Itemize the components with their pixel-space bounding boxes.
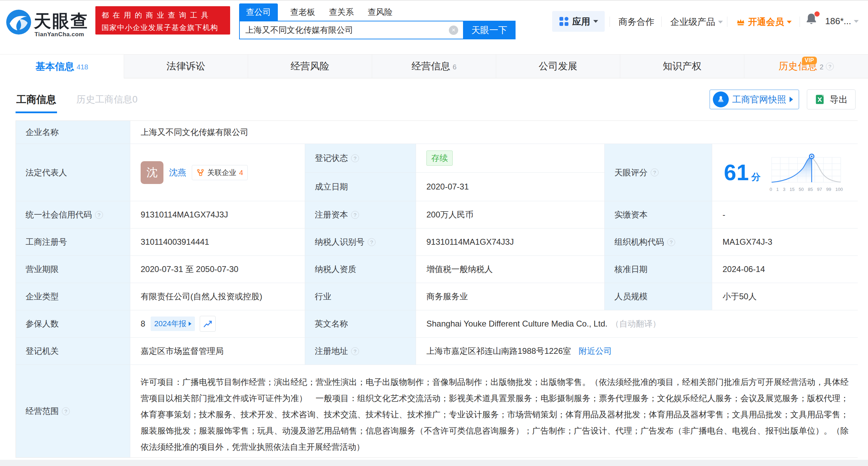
insured-trend-button[interactable] bbox=[200, 316, 216, 332]
tab-count: 6 bbox=[453, 63, 456, 71]
next-section-edge bbox=[0, 460, 868, 466]
establish-date-label: 成立日期 bbox=[305, 173, 416, 201]
business-cooperation-link[interactable]: 商务合作 bbox=[619, 16, 654, 28]
divider bbox=[610, 17, 610, 27]
tab-history-registration-info[interactable]: 历史工商信息0 bbox=[76, 93, 138, 106]
tab-count: 418 bbox=[77, 63, 88, 71]
registered-capital-value: 200万人民币 bbox=[416, 201, 604, 228]
search-tab-company[interactable]: 查公司 bbox=[239, 3, 278, 21]
registered-address-label: 注册地址 bbox=[305, 338, 416, 365]
question-icon[interactable] bbox=[368, 238, 376, 246]
industry-value: 商务服务业 bbox=[416, 283, 604, 310]
open-vip-menu[interactable]: 开通会员 bbox=[736, 16, 792, 28]
tianyancha-company-page: 天眼查 TianYanCha.com 都在用的商业查询工具 国家中小企业发展子基… bbox=[0, 0, 868, 466]
registration-authority-label: 登记机关 bbox=[16, 338, 130, 365]
english-name-value: Shanghai Youke Different Culture Media C… bbox=[426, 319, 607, 329]
tab-company-development[interactable]: 公司发展 bbox=[496, 55, 620, 78]
export-button[interactable]: 导出 bbox=[807, 89, 856, 109]
taxpayer-id-value: 91310114MA1GX74J3J bbox=[416, 229, 604, 255]
tab-basic-info[interactable]: 基本信息 418 bbox=[0, 55, 124, 78]
chevron-down-icon bbox=[593, 20, 598, 23]
industry-label: 行业 bbox=[305, 283, 416, 310]
business-term-value: 2020-07-31 至 2050-07-30 bbox=[130, 256, 305, 283]
related-companies-count: 4 bbox=[239, 168, 243, 177]
registration-authority-value: 嘉定区市场监督管理局 bbox=[130, 338, 305, 365]
official-snapshot-label: 工商官网快照 bbox=[732, 94, 786, 106]
search-button[interactable]: 天眼一下 bbox=[463, 21, 516, 39]
legal-rep-avatar[interactable]: 沈 bbox=[141, 161, 163, 184]
divider bbox=[661, 17, 662, 27]
nearby-companies-link[interactable]: 附近公司 bbox=[579, 346, 612, 357]
search-input[interactable] bbox=[240, 21, 449, 39]
tab-business-info[interactable]: 经营信息 6 bbox=[372, 55, 496, 78]
tianyancha-logo-icon[interactable] bbox=[6, 9, 32, 35]
tab-label: 公司发展 bbox=[539, 60, 577, 73]
org-code-value: MA1GX74J-3 bbox=[712, 229, 859, 255]
score-value: 61 bbox=[724, 160, 749, 185]
registration-number-value: 310114003914441 bbox=[130, 229, 305, 255]
chevron-down-icon bbox=[854, 20, 859, 23]
question-icon[interactable] bbox=[62, 407, 70, 415]
staff-size-label: 人员规模 bbox=[605, 283, 712, 310]
divider bbox=[800, 17, 800, 27]
trend-chart-icon bbox=[203, 319, 213, 329]
tianyan-score-cell[interactable]: 61 分 bbox=[712, 144, 859, 201]
account-menu[interactable]: 186*... bbox=[825, 16, 859, 27]
tab-label: 基本信息 bbox=[36, 60, 74, 73]
tab-registration-info[interactable]: 工商信息 bbox=[16, 86, 57, 113]
brand-name[interactable]: 天眼查 bbox=[34, 10, 89, 33]
site-header: 天眼查 TianYanCha.com 都在用的商业查询工具 国家中小企业发展子基… bbox=[0, 1, 868, 54]
taxpayer-quality-label: 纳税人资质 bbox=[305, 256, 416, 283]
registration-number-label: 工商注册号 bbox=[16, 229, 130, 255]
tab-label: 经营风险 bbox=[291, 60, 329, 73]
question-icon[interactable] bbox=[351, 347, 359, 355]
enterprise-products-menu[interactable]: 企业级产品 bbox=[670, 16, 723, 28]
arrow-right-icon bbox=[189, 322, 191, 326]
search-tab-relation[interactable]: 查关系 bbox=[329, 3, 354, 21]
tab-intellectual-property[interactable]: 知识产权 bbox=[620, 55, 744, 78]
official-snapshot-button[interactable]: 工商官网快照 bbox=[709, 89, 799, 109]
stamp-icon bbox=[713, 91, 729, 107]
related-companies-label: 关联企业 bbox=[207, 168, 236, 177]
tab-history-info[interactable]: VIP 历史信息 2 bbox=[744, 55, 868, 78]
search-tabs: 查公司 查老板 查关系 查风险 bbox=[239, 5, 406, 21]
divider bbox=[727, 17, 727, 27]
score-axis-ticks: 01 315 5085 9799 100 bbox=[770, 187, 843, 192]
legal-rep-name-link[interactable]: 沈燕 bbox=[169, 167, 186, 178]
taxpayer-quality-value: 增值税一般纳税人 bbox=[416, 256, 604, 283]
tab-legal-litigation[interactable]: 法律诉讼 bbox=[124, 55, 248, 78]
business-scope-value: 许可项目：广播电视节目制作经营；演出经纪；营业性演出；电子出版物制作；音像制品制… bbox=[130, 365, 859, 457]
paid-capital-label: 实缴资本 bbox=[605, 201, 712, 228]
excel-icon bbox=[815, 94, 826, 105]
company-name-label: 企业名称 bbox=[16, 121, 130, 144]
search-tab-boss[interactable]: 查老板 bbox=[290, 3, 315, 21]
tab-operation-risk[interactable]: 经营风险 bbox=[248, 55, 372, 78]
taxpayer-id-label: 纳税人识别号 bbox=[305, 229, 416, 255]
crown-icon bbox=[736, 18, 745, 26]
question-icon[interactable] bbox=[95, 211, 103, 219]
vip-badge: VIP bbox=[802, 57, 817, 65]
business-info-toolbar: 工商信息 历史工商信息0 工商官网快照 导出 bbox=[0, 78, 868, 120]
english-name-label: 英文名称 bbox=[305, 310, 416, 337]
insured-count-label: 参保人数 bbox=[16, 310, 130, 337]
question-icon[interactable] bbox=[351, 154, 359, 162]
tab-label: 经营信息 bbox=[412, 60, 450, 73]
notifications-bell[interactable] bbox=[805, 12, 819, 28]
approval-date-label: 核准日期 bbox=[605, 256, 712, 283]
table-wrap: 企业名称 上海又不同文化传媒有限公司 法定代表人 沈 沈燕 关联企业 4 bbox=[0, 120, 868, 458]
clear-search-icon[interactable]: × bbox=[449, 26, 458, 35]
question-icon[interactable] bbox=[826, 62, 834, 70]
apps-menu[interactable]: 应用 bbox=[552, 11, 605, 32]
question-icon[interactable] bbox=[651, 168, 659, 176]
question-icon[interactable] bbox=[667, 238, 675, 246]
business-scope-label: 经营范围 bbox=[16, 365, 130, 457]
apps-label: 应用 bbox=[572, 16, 590, 28]
annual-report-badge[interactable]: 2024年报 bbox=[151, 317, 195, 331]
related-companies-badge[interactable]: 关联企业 4 bbox=[192, 165, 248, 180]
question-icon[interactable] bbox=[351, 211, 359, 219]
promo-banner-line1: 都在用的商业查询工具 bbox=[102, 10, 224, 20]
score-unit: 分 bbox=[751, 171, 761, 183]
search-tab-risk[interactable]: 查风险 bbox=[368, 3, 393, 21]
app-grid-icon bbox=[559, 16, 569, 27]
establish-date-value: 2020-07-31 bbox=[416, 173, 604, 201]
